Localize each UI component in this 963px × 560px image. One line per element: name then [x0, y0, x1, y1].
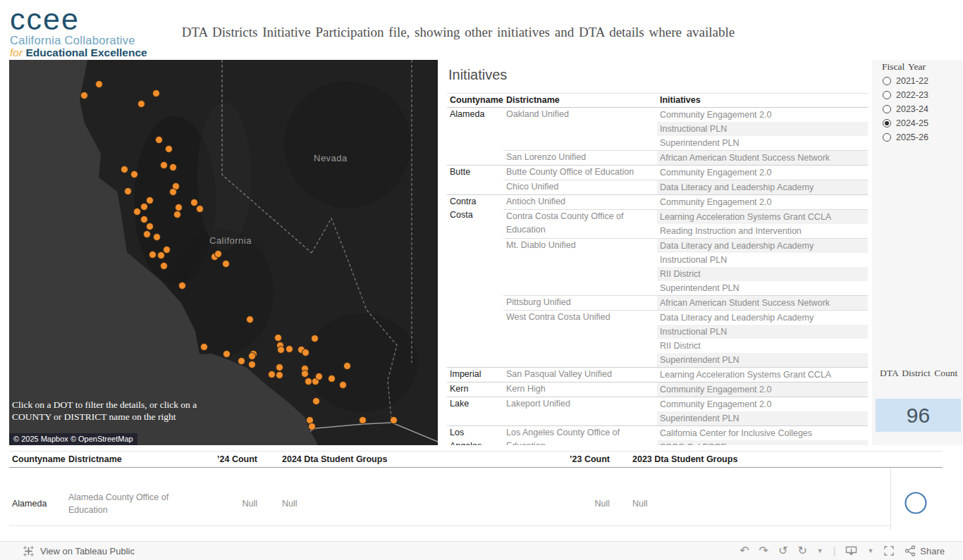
details-header-2024-groups[interactable]: 2024 Dta Student Groups: [282, 452, 387, 467]
district-dot[interactable]: [200, 343, 208, 351]
initiative-cell[interactable]: Superintendent PLN: [657, 136, 868, 151]
initiative-cell[interactable]: Data Literacy and Leadership Academy: [657, 180, 868, 195]
share-button[interactable]: Share: [904, 545, 945, 556]
district-dot[interactable]: [301, 370, 309, 378]
district-dot[interactable]: [248, 352, 256, 360]
district-dot[interactable]: [312, 397, 320, 405]
county-name-cell[interactable]: Alameda: [447, 108, 503, 166]
district-dot[interactable]: [95, 80, 103, 88]
download-dropdown-caret-icon[interactable]: ▼: [867, 547, 873, 554]
view-on-tableau-public-label[interactable]: View on Tableau Public: [40, 546, 135, 556]
district-name-cell[interactable]: West Contra Costa Unified: [503, 311, 657, 368]
download-icon[interactable]: [845, 545, 857, 556]
initiative-cell[interactable]: RII District: [657, 267, 868, 281]
details-header-districtname[interactable]: Districtname: [68, 452, 122, 467]
district-dot[interactable]: [133, 208, 141, 216]
initiative-cell[interactable]: Instructional PLN: [657, 325, 868, 339]
district-dot[interactable]: [152, 89, 160, 97]
district-dot[interactable]: [268, 371, 276, 378]
refresh-dropdown-caret-icon[interactable]: ▼: [817, 547, 823, 554]
map-attribution[interactable]: © 2025 Mapbox © OpenStreetMap: [9, 433, 137, 445]
details-cell-districtname[interactable]: Alameda County Office of Education: [68, 491, 188, 516]
details-cell-countyname[interactable]: Alameda: [12, 497, 47, 510]
district-dot[interactable]: [222, 260, 230, 268]
district-dot[interactable]: [153, 233, 161, 241]
revert-icon[interactable]: ↺: [778, 545, 787, 556]
district-dot[interactable]: [286, 345, 293, 353]
district-dot[interactable]: [359, 416, 367, 424]
county-name-cell[interactable]: Imperial: [447, 368, 503, 382]
refresh-icon[interactable]: ↻: [797, 545, 806, 556]
district-dot[interactable]: [169, 188, 177, 196]
district-name-cell[interactable]: Oakland Unified: [503, 108, 657, 151]
initiative-cell[interactable]: RII District: [657, 339, 868, 353]
district-dot[interactable]: [160, 161, 168, 169]
district-dot[interactable]: [339, 381, 347, 389]
radio-button-icon[interactable]: [883, 105, 891, 113]
column-header-countyname[interactable]: Countyname: [447, 94, 503, 108]
district-dot[interactable]: [160, 262, 168, 270]
district-dot[interactable]: [276, 371, 283, 379]
fiscal-year-option-2023-24[interactable]: 2023-24: [883, 102, 928, 116]
district-dot[interactable]: [146, 197, 154, 204]
district-name-cell[interactable]: Antioch Unified: [503, 195, 657, 210]
fiscal-year-option-2021-22[interactable]: 2021-22: [883, 74, 928, 88]
district-dot[interactable]: [248, 361, 256, 368]
district-dot[interactable]: [165, 145, 173, 153]
district-dot[interactable]: [276, 363, 283, 371]
district-name-cell[interactable]: Pittsburg Unified: [503, 296, 657, 311]
fullscreen-icon[interactable]: [883, 545, 895, 556]
county-name-cell[interactable]: Los Angeles: [447, 426, 503, 446]
undo-icon[interactable]: ↶: [740, 545, 749, 556]
district-dot[interactable]: [130, 170, 138, 178]
district-dot[interactable]: [223, 350, 231, 358]
california-map-panel[interactable]: Nevada California Click on a DOT to filt…: [9, 60, 438, 445]
initiative-cell[interactable]: African American Student Success Network: [657, 151, 868, 166]
radio-button-icon[interactable]: [883, 119, 891, 127]
district-name-cell[interactable]: San Lorenzo Unified: [503, 151, 657, 166]
district-dot[interactable]: [308, 423, 316, 430]
initiative-cell[interactable]: SSOS Cal ESCE: [657, 440, 868, 445]
details-header-2023-groups[interactable]: 2023 Dta Student Groups: [632, 452, 737, 467]
district-dot[interactable]: [190, 199, 198, 206]
initiative-cell[interactable]: California Center for Inclusive Colleges: [657, 426, 868, 441]
initiative-cell[interactable]: Community Engagement 2.0: [657, 382, 868, 397]
district-dot[interactable]: [155, 136, 163, 144]
initiative-cell[interactable]: Community Engagement 2.0: [657, 108, 868, 123]
district-dot[interactable]: [80, 92, 88, 99]
district-dot[interactable]: [175, 204, 183, 211]
radio-button-icon[interactable]: [883, 77, 891, 85]
initiative-cell[interactable]: Community Engagement 2.0: [657, 195, 868, 210]
redo-icon[interactable]: ↷: [759, 545, 768, 556]
initiative-cell[interactable]: Learning Acceleration Systems Grant CCLA: [657, 368, 868, 382]
district-mark-circle[interactable]: [903, 490, 928, 516]
district-name-cell[interactable]: Mt. Diablo Unified: [503, 239, 657, 296]
initiative-cell[interactable]: African American Student Success Network: [657, 296, 868, 311]
district-dot[interactable]: [149, 251, 157, 259]
initiative-cell[interactable]: Community Engagement 2.0: [657, 397, 868, 412]
district-dot[interactable]: [143, 230, 151, 238]
fiscal-year-option-2024-25[interactable]: 2024-25: [883, 116, 928, 130]
district-dot[interactable]: [140, 216, 148, 223]
district-dot[interactable]: [140, 203, 148, 211]
radio-button-icon[interactable]: [883, 91, 891, 99]
initiative-cell[interactable]: Instructional PLN: [657, 122, 868, 136]
district-dot[interactable]: [343, 362, 351, 370]
district-dot[interactable]: [238, 357, 245, 365]
district-name-cell[interactable]: Los Angeles County Office of Education: [503, 426, 657, 446]
district-dot[interactable]: [302, 349, 309, 356]
initiative-cell[interactable]: Data Literacy and Leadership Academy: [657, 311, 868, 325]
details-header-23-count[interactable]: ’23 Count: [545, 452, 610, 467]
district-dot[interactable]: [315, 373, 323, 380]
district-dot[interactable]: [178, 282, 186, 290]
initiative-cell[interactable]: Reading Instruction and Intervention: [657, 224, 868, 239]
district-name-cell[interactable]: San Pasqual Valley Unified: [503, 368, 657, 382]
district-dot[interactable]: [146, 223, 154, 230]
view-on-tableau-public-link[interactable]: View on Tableau Public: [23, 545, 135, 557]
county-name-cell[interactable]: Lake: [447, 397, 503, 426]
district-dot[interactable]: [328, 375, 336, 382]
district-name-cell[interactable]: Kern High: [503, 382, 657, 397]
district-dot[interactable]: [196, 205, 204, 213]
county-name-cell[interactable]: Kern: [447, 382, 503, 397]
fiscal-year-option-2025-26[interactable]: 2025-26: [883, 130, 928, 144]
